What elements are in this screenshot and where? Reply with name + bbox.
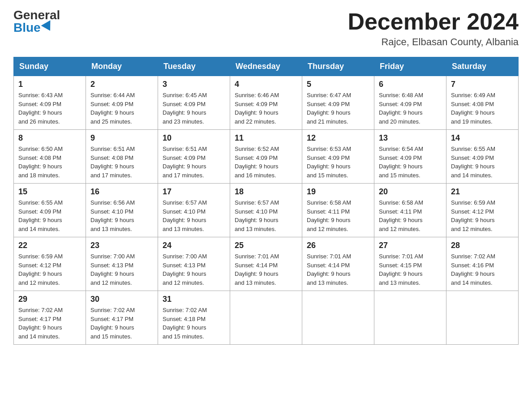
col-friday: Friday	[374, 57, 446, 76]
day-number: 28	[451, 241, 514, 250]
day-info: Sunrise: 6:58 AMSunset: 4:11 PMDaylight:…	[307, 199, 351, 232]
day-number: 19	[307, 187, 369, 197]
day-info: Sunrise: 7:02 AMSunset: 4:18 PMDaylight:…	[163, 307, 207, 340]
month-title: December 2024	[348, 9, 519, 34]
day-number: 8	[18, 133, 81, 143]
table-row: 19 Sunrise: 6:58 AMSunset: 4:11 PMDaylig…	[302, 184, 374, 237]
table-row: 10 Sunrise: 6:51 AMSunset: 4:09 PMDaylig…	[158, 130, 230, 184]
table-row: 14 Sunrise: 6:55 AMSunset: 4:09 PMDaylig…	[446, 130, 519, 184]
table-row: 13 Sunrise: 6:54 AMSunset: 4:09 PMDaylig…	[374, 130, 446, 184]
table-row	[230, 291, 302, 345]
day-info: Sunrise: 6:51 AMSunset: 4:08 PMDaylight:…	[90, 146, 135, 179]
table-row: 12 Sunrise: 6:53 AMSunset: 4:09 PMDaylig…	[302, 130, 374, 184]
table-row: 28 Sunrise: 7:02 AMSunset: 4:16 PMDaylig…	[446, 237, 519, 291]
table-row: 7 Sunrise: 6:49 AMSunset: 4:08 PMDayligh…	[446, 76, 519, 130]
table-row: 11 Sunrise: 6:52 AMSunset: 4:09 PMDaylig…	[230, 130, 302, 184]
day-number: 26	[307, 241, 369, 250]
day-number: 24	[163, 241, 225, 250]
day-number: 31	[163, 295, 225, 304]
logo-triangle-icon	[41, 20, 55, 33]
day-info: Sunrise: 6:43 AMSunset: 4:09 PMDaylight:…	[18, 92, 63, 125]
table-row: 31 Sunrise: 7:02 AMSunset: 4:18 PMDaylig…	[158, 291, 230, 345]
day-info: Sunrise: 6:49 AMSunset: 4:08 PMDaylight:…	[451, 92, 495, 125]
day-number: 16	[90, 187, 153, 197]
day-info: Sunrise: 7:01 AMSunset: 4:15 PMDaylight:…	[379, 253, 423, 286]
table-row: 30 Sunrise: 7:02 AMSunset: 4:17 PMDaylig…	[86, 291, 158, 345]
day-info: Sunrise: 6:45 AMSunset: 4:09 PMDaylight:…	[163, 92, 207, 125]
day-number: 7	[451, 80, 514, 89]
title-section: December 2024 Rajce, Elbasan County, Alb…	[348, 9, 519, 48]
day-info: Sunrise: 7:02 AMSunset: 4:17 PMDaylight:…	[90, 307, 135, 340]
col-wednesday: Wednesday	[230, 57, 302, 76]
day-number: 10	[163, 133, 225, 143]
day-info: Sunrise: 7:01 AMSunset: 4:14 PMDaylight:…	[235, 253, 279, 286]
day-info: Sunrise: 6:56 AMSunset: 4:10 PMDaylight:…	[90, 199, 135, 232]
day-info: Sunrise: 6:53 AMSunset: 4:09 PMDaylight:…	[307, 146, 351, 179]
table-row	[446, 291, 519, 345]
day-number: 9	[90, 133, 153, 143]
location-title: Rajce, Elbasan County, Albania	[348, 36, 519, 48]
calendar-week-row: 29 Sunrise: 7:02 AMSunset: 4:17 PMDaylig…	[14, 291, 519, 345]
day-number: 13	[379, 133, 442, 143]
table-row: 22 Sunrise: 6:59 AMSunset: 4:12 PMDaylig…	[14, 237, 86, 291]
table-row	[374, 291, 446, 345]
day-info: Sunrise: 6:57 AMSunset: 4:10 PMDaylight:…	[163, 199, 207, 232]
day-info: Sunrise: 6:48 AMSunset: 4:09 PMDaylight:…	[379, 92, 423, 125]
day-number: 6	[379, 80, 442, 89]
calendar-week-row: 22 Sunrise: 6:59 AMSunset: 4:12 PMDaylig…	[14, 237, 519, 291]
day-number: 21	[451, 187, 514, 197]
day-number: 5	[307, 80, 369, 89]
table-row: 17 Sunrise: 6:57 AMSunset: 4:10 PMDaylig…	[158, 184, 230, 237]
logo: General Blue	[13, 9, 60, 34]
table-row: 29 Sunrise: 7:02 AMSunset: 4:17 PMDaylig…	[14, 291, 86, 345]
day-info: Sunrise: 6:44 AMSunset: 4:09 PMDaylight:…	[90, 92, 135, 125]
table-row: 3 Sunrise: 6:45 AMSunset: 4:09 PMDayligh…	[158, 76, 230, 130]
table-row: 24 Sunrise: 7:00 AMSunset: 4:13 PMDaylig…	[158, 237, 230, 291]
table-row: 25 Sunrise: 7:01 AMSunset: 4:14 PMDaylig…	[230, 237, 302, 291]
day-info: Sunrise: 6:54 AMSunset: 4:09 PMDaylight:…	[379, 146, 423, 179]
day-info: Sunrise: 7:00 AMSunset: 4:13 PMDaylight:…	[163, 253, 207, 286]
day-number: 29	[18, 295, 81, 304]
table-row	[302, 291, 374, 345]
col-sunday: Sunday	[14, 57, 86, 76]
col-monday: Monday	[86, 57, 158, 76]
day-info: Sunrise: 7:00 AMSunset: 4:13 PMDaylight:…	[90, 253, 135, 286]
day-number: 14	[451, 133, 514, 143]
day-info: Sunrise: 6:57 AMSunset: 4:10 PMDaylight:…	[235, 199, 279, 232]
day-number: 2	[90, 80, 153, 89]
col-thursday: Thursday	[302, 57, 374, 76]
day-info: Sunrise: 6:59 AMSunset: 4:12 PMDaylight:…	[451, 199, 495, 232]
table-row: 18 Sunrise: 6:57 AMSunset: 4:10 PMDaylig…	[230, 184, 302, 237]
day-info: Sunrise: 6:52 AMSunset: 4:09 PMDaylight:…	[235, 146, 279, 179]
col-saturday: Saturday	[446, 57, 519, 76]
table-row: 8 Sunrise: 6:50 AMSunset: 4:08 PMDayligh…	[14, 130, 86, 184]
calendar-week-row: 8 Sunrise: 6:50 AMSunset: 4:08 PMDayligh…	[14, 130, 519, 184]
table-row: 1 Sunrise: 6:43 AMSunset: 4:09 PMDayligh…	[14, 76, 86, 130]
table-row: 15 Sunrise: 6:55 AMSunset: 4:09 PMDaylig…	[14, 184, 86, 237]
day-number: 22	[18, 241, 81, 250]
day-number: 3	[163, 80, 225, 89]
logo-blue-text: Blue	[13, 21, 53, 34]
day-number: 11	[235, 133, 297, 143]
day-info: Sunrise: 6:55 AMSunset: 4:09 PMDaylight:…	[451, 146, 495, 179]
table-row: 4 Sunrise: 6:46 AMSunset: 4:09 PMDayligh…	[230, 76, 302, 130]
table-row: 5 Sunrise: 6:47 AMSunset: 4:09 PMDayligh…	[302, 76, 374, 130]
calendar-table: Sunday Monday Tuesday Wednesday Thursday…	[13, 57, 519, 345]
day-number: 30	[90, 295, 153, 304]
day-number: 23	[90, 241, 153, 250]
day-info: Sunrise: 6:46 AMSunset: 4:09 PMDaylight:…	[235, 92, 279, 125]
day-number: 18	[235, 187, 297, 197]
day-number: 15	[18, 187, 81, 197]
day-number: 25	[235, 241, 297, 250]
day-number: 4	[235, 80, 297, 89]
logo-general-text: General	[13, 9, 60, 21]
table-row: 27 Sunrise: 7:01 AMSunset: 4:15 PMDaylig…	[374, 237, 446, 291]
day-info: Sunrise: 6:47 AMSunset: 4:09 PMDaylight:…	[307, 92, 351, 125]
day-number: 20	[379, 187, 442, 197]
table-row: 21 Sunrise: 6:59 AMSunset: 4:12 PMDaylig…	[446, 184, 519, 237]
calendar-week-row: 1 Sunrise: 6:43 AMSunset: 4:09 PMDayligh…	[14, 76, 519, 130]
day-number: 27	[379, 241, 442, 250]
day-info: Sunrise: 6:59 AMSunset: 4:12 PMDaylight:…	[18, 253, 63, 286]
day-info: Sunrise: 6:50 AMSunset: 4:08 PMDaylight:…	[18, 146, 63, 179]
calendar-header-row: Sunday Monday Tuesday Wednesday Thursday…	[14, 57, 519, 76]
